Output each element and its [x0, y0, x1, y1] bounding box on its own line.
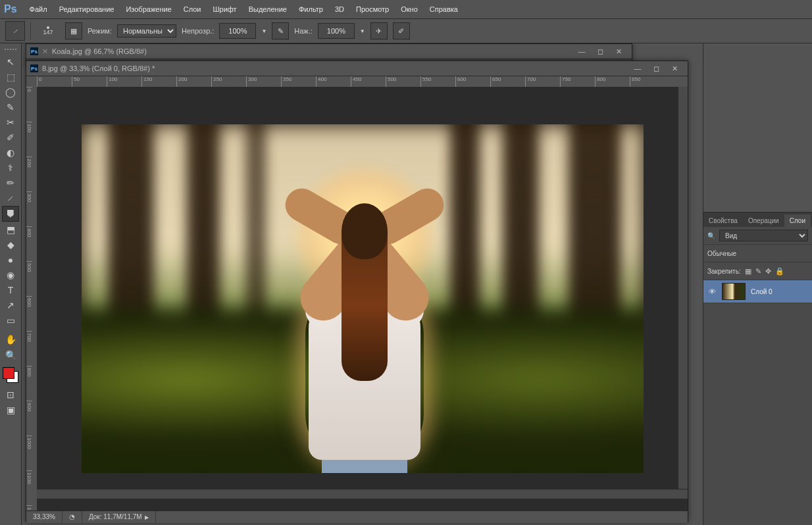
screen-mode-toggle[interactable]: ▣ — [3, 403, 18, 417]
brush-preset-picker[interactable]: 147 — [36, 21, 60, 41]
ruler-tick: 1100 — [26, 470, 32, 505]
eraser-tool[interactable]: ⬒ — [3, 222, 18, 237]
stamp-tool[interactable]: ✏ — [3, 176, 18, 190]
ps-badge-icon: Ps — [30, 47, 38, 55]
menu-view[interactable]: Просмотр — [350, 0, 395, 18]
ruler-tick: 800 — [26, 366, 32, 401]
blend-mode-row: Обычные — [703, 245, 812, 262]
chevron-down-icon[interactable]: ▼ — [360, 28, 365, 34]
menu-layers[interactable]: Слои — [178, 0, 207, 18]
status-info-icon[interactable]: ◔ — [63, 511, 82, 523]
close-button[interactable]: ✕ — [609, 45, 628, 57]
history-brush-tool[interactable]: ⟋ — [3, 191, 18, 205]
tab-actions[interactable]: Операции — [743, 214, 784, 227]
foreground-color-swatch[interactable] — [3, 367, 14, 379]
layer-row[interactable]: 👁 Слой 0 — [703, 280, 812, 303]
canvas[interactable] — [82, 124, 644, 473]
ruler-horizontal[interactable]: 0501001502002503003504004505005506006507… — [37, 76, 688, 88]
scrollbar-vertical[interactable] — [678, 87, 688, 489]
ruler-tick: 0 — [26, 87, 32, 122]
blur-tool[interactable]: ⛊ — [2, 206, 19, 222]
brush-panel-toggle[interactable]: ▦ — [65, 22, 82, 39]
lock-pixels-icon[interactable]: ▦ — [745, 267, 751, 276]
document-titlebar-front[interactable]: Ps 8.jpg @ 33,3% (Слой 0, RGB/8#) * — ◻ … — [26, 61, 688, 76]
close-x-icon[interactable]: ✕ — [42, 47, 48, 56]
layer-name[interactable]: Слой 0 — [751, 288, 773, 295]
current-tool-preview[interactable]: ⟋ — [5, 21, 25, 41]
hand-tool[interactable]: ✋ — [3, 332, 18, 347]
lasso-tool[interactable]: ◯ — [3, 85, 18, 99]
ruler-tick: 450 — [351, 76, 386, 87]
gradient-tool[interactable]: ◆ — [3, 238, 18, 252]
menu-image[interactable]: Изображение — [120, 0, 177, 18]
zoom-level[interactable]: 33,33% — [26, 511, 63, 523]
flow-input[interactable] — [318, 23, 355, 39]
blend-mode-select[interactable]: Нормальный — [117, 24, 176, 38]
brush-panel-icon: ▦ — [70, 27, 77, 36]
visibility-toggle[interactable]: 👁 — [707, 288, 717, 295]
ruler-tick: 150 — [141, 76, 176, 87]
zoom-tool[interactable]: 🔍 — [3, 348, 18, 362]
type-tool[interactable]: T — [3, 283, 18, 297]
maximize-button[interactable]: ◻ — [647, 63, 665, 74]
right-panel-dock: Свойства Операции Слои 🔍 Вид Обычные Зак… — [703, 43, 812, 525]
blend-mode-value[interactable]: Обычные — [707, 250, 736, 257]
layer-filter-row: 🔍 Вид — [703, 227, 812, 245]
menu-window[interactable]: Окно — [395, 0, 424, 18]
opacity-input[interactable] — [219, 23, 256, 39]
document-window-front: Ps 8.jpg @ 33,3% (Слой 0, RGB/8#) * — ◻ … — [26, 61, 688, 522]
pen-tool[interactable]: ◉ — [3, 268, 18, 282]
ruler-tick: 800 — [595, 76, 630, 87]
dodge-tool[interactable]: ● — [3, 253, 18, 267]
ruler-tick: 600 — [455, 76, 490, 87]
healing-tool[interactable]: ◐ — [3, 145, 18, 160]
layer-filter-select[interactable]: Вид — [719, 230, 808, 241]
lock-brush-icon[interactable]: ✎ — [755, 267, 761, 276]
size-pressure-toggle[interactable]: ✐ — [393, 22, 410, 39]
scrollbar-horizontal[interactable] — [37, 489, 688, 499]
close-button[interactable]: ✕ — [665, 63, 684, 74]
chevron-down-icon[interactable]: ▼ — [261, 28, 266, 34]
menu-filter[interactable]: Фильтр — [293, 0, 329, 18]
panel-empty-area — [703, 43, 812, 212]
menu-type[interactable]: Шрифт — [207, 0, 242, 18]
tab-properties[interactable]: Свойства — [703, 214, 743, 227]
quick-mask-toggle[interactable]: ⊡ — [3, 388, 18, 402]
pressure-opacity-icon: ✎ — [278, 27, 284, 36]
move-tool[interactable]: ↖ — [3, 55, 18, 69]
color-swatches[interactable] — [3, 367, 18, 383]
menu-select[interactable]: Выделение — [243, 0, 293, 18]
shape-tool[interactable]: ▭ — [3, 313, 18, 328]
document-titlebar-back[interactable]: Ps ✕ Koala.jpg @ 66,7% (RGB/8#) — ◻ ✕ — [26, 44, 632, 59]
tab-layers[interactable]: Слои — [784, 214, 811, 227]
ruler-tick: 300 — [26, 191, 32, 226]
menu-help[interactable]: Справка — [424, 0, 464, 18]
airbrush-toggle[interactable]: ✈ — [370, 22, 388, 39]
ruler-tick: 500 — [386, 76, 420, 87]
menu-3d[interactable]: 3D — [329, 0, 350, 18]
layer-thumbnail[interactable] — [722, 283, 746, 300]
crop-tool[interactable]: ✂ — [3, 115, 18, 130]
eyedropper-tool[interactable]: ✐ — [3, 130, 18, 145]
panel-grip[interactable] — [1, 47, 20, 51]
lock-all-icon[interactable]: 🔒 — [775, 267, 784, 276]
document-size[interactable]: Док: 11,7M/11,7M▶ — [82, 511, 156, 523]
airbrush-icon: ✈ — [376, 27, 382, 36]
ruler-vertical[interactable]: 0100200300400500600700800900100011001200… — [26, 87, 38, 511]
ruler-tick: 850 — [630, 76, 665, 87]
maximize-button[interactable]: ◻ — [591, 45, 609, 57]
lock-position-icon[interactable]: ✥ — [765, 267, 771, 276]
path-select-tool[interactable]: ↗ — [3, 298, 18, 312]
options-bar: ⟋ 147 ▦ Режим: Нормальный Непрозр.: ▼ ✎ … — [0, 18, 812, 43]
marquee-tool[interactable]: ⬚ — [3, 70, 18, 84]
opacity-pressure-toggle[interactable]: ✎ — [272, 22, 289, 39]
menu-file[interactable]: Файл — [24, 0, 53, 18]
ruler-origin[interactable] — [26, 76, 38, 88]
quick-select-tool[interactable]: ✎ — [3, 100, 18, 114]
pressure-size-icon: ✐ — [398, 27, 404, 36]
canvas-viewport[interactable] — [37, 87, 688, 511]
brush-tool[interactable]: ⚕ — [3, 161, 18, 175]
minimize-button[interactable]: — — [628, 63, 647, 74]
menu-edit[interactable]: Редактирование — [53, 0, 120, 18]
minimize-button[interactable]: — — [572, 45, 591, 57]
